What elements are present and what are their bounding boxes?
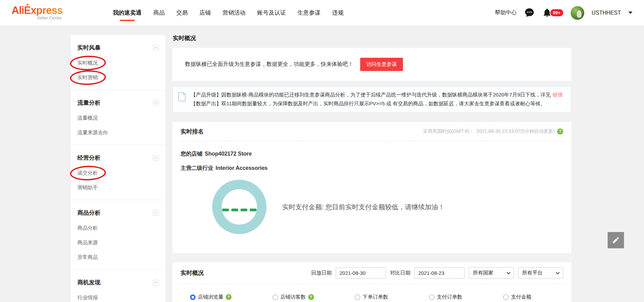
nav-item-my-aliexpress[interactable]: 我的速卖通: [113, 0, 142, 25]
topbar-right-group: 帮助中心 99+ USTHHEST: [495, 6, 632, 20]
metric-orders-paid[interactable]: 支付订单数 ?: [429, 294, 462, 300]
section-header: 实时风暴 −: [77, 44, 159, 52]
section-title: 商品分析: [77, 209, 100, 217]
collapse-icon[interactable]: −: [153, 210, 159, 216]
section-header: 商品分析 −: [77, 209, 159, 217]
aliexpress-logo[interactable]: AliExpress Seller Center: [12, 5, 62, 20]
page-title: 实时概况: [173, 34, 571, 42]
notice-line-2: 【数据产出】双11期间数据量较大，为保障数据及时产出，实时商品排行只展示PV>=…: [191, 99, 563, 108]
sidebar-item-traffic-overview[interactable]: 流量概况: [77, 115, 98, 121]
radio-icon[interactable]: [429, 295, 435, 300]
section-header: 经营分析 −: [77, 154, 159, 162]
help-icon[interactable]: ?: [308, 294, 314, 300]
collapse-icon[interactable]: −: [153, 45, 159, 51]
sidebar: 实时风暴 − 实时概况 实时营销 流量分析 − 流量概况 流量来源去向 经营分析…: [71, 35, 165, 302]
sidebar-section-business-analysis: 经营分析 − 成交分析 营销助手: [71, 145, 165, 200]
nav-item-products[interactable]: 商品: [153, 0, 165, 25]
logo-subtitle: Seller Center: [12, 16, 62, 20]
document-icon: [178, 92, 186, 108]
radio-icon[interactable]: [273, 295, 278, 300]
metric-payment-amount[interactable]: 支付金额 ?: [503, 294, 531, 300]
section-title: 经营分析: [77, 154, 100, 162]
collapse-icon[interactable]: −: [153, 280, 159, 285]
sidebar-section-traffic-analysis: 流量分析 − 流量概况 流量来源去向: [71, 90, 165, 145]
sidebar-item-traffic-source-destination[interactable]: 流量来源去向: [77, 129, 108, 136]
payment-message: 实时支付金额: 您目前实时支付金额较低，请继续加油！: [282, 202, 445, 212]
nav-label: 店铺: [199, 10, 211, 16]
timezone-row: 采用美国时间(GMT-8)： 2021-08-30 23:33:07(5分钟自动…: [423, 128, 563, 135]
metric-label: 下单订单数: [363, 294, 388, 300]
compare-date-input[interactable]: [415, 267, 465, 279]
sidebar-item-realtime-marketing[interactable]: 实时营销: [77, 74, 98, 81]
nav-item-violations[interactable]: 违规: [332, 0, 344, 25]
sidebar-item-product-analysis[interactable]: 商品分析: [77, 225, 98, 231]
metric-orders-placed[interactable]: 下单订单数 ?: [355, 294, 388, 300]
logo-brand-text: AliExpress: [12, 5, 62, 16]
nav-label: 营销活动: [222, 10, 245, 16]
nav-label: 违规: [332, 10, 344, 16]
section-header: 流量分析 −: [77, 99, 159, 107]
sidebar-item-realtime-overview[interactable]: 实时概况: [77, 60, 98, 66]
section-header: 商机发现 −: [77, 279, 159, 286]
collapse-icon[interactable]: −: [153, 155, 159, 161]
nav-label: 交易: [176, 10, 188, 16]
nav-item-orders[interactable]: 交易: [176, 0, 188, 25]
chevron-down-icon[interactable]: [628, 12, 632, 14]
notice-box: 【产品升级】因数据纵横-商品模块的功能已迁移到生意参谋商品分析，为了便于后续产品…: [172, 86, 571, 113]
section-title: 实时风暴: [77, 44, 100, 52]
metric-radio-group: 店铺浏览量 ? 店铺访客数 ? 下单订单数 ? 支付订单数 ?: [190, 294, 531, 300]
radio-icon[interactable]: [190, 295, 196, 300]
sidebar-item-industry-intelligence[interactable]: 行业情报: [77, 295, 98, 301]
overview-card-header: 实时概况 回放日期 对比日期 所有国家 所有平台: [181, 262, 563, 284]
industry-value: Interior Accessories: [216, 165, 268, 171]
nav-label: 我的速卖通: [113, 10, 142, 16]
chevron-down-icon: [507, 270, 510, 274]
sidebar-item-transaction-analysis[interactable]: 成交分析: [77, 170, 98, 176]
metric-store-pageviews[interactable]: 店铺浏览量 ?: [190, 294, 232, 300]
active-tab-underline: [120, 20, 135, 21]
edit-feedback-button[interactable]: [608, 232, 624, 248]
banner-text: 数据纵横已全面升级为生意参谋，数据更全，功能更多，快来体验吧！: [185, 61, 353, 68]
payment-status-row: 实时支付金额: 您目前实时支付金额较低，请继续加油！: [181, 180, 563, 234]
nav-item-account-verification[interactable]: 账号及认证: [257, 0, 286, 25]
radio-icon[interactable]: [503, 295, 509, 300]
ranking-title: 实时排名: [181, 128, 204, 136]
shop-name: Shop402172 Store: [205, 151, 252, 157]
notifications-bell[interactable]: 99+: [542, 8, 563, 18]
shop-label: 您的店铺: [181, 151, 202, 157]
ranking-card-header: 实时排名 采用美国时间(GMT-8)： 2021-08-30 23:33:07(…: [181, 122, 563, 141]
refresh-timestamp: 2021-08-30 23:33:07(5分钟自动更新): [476, 128, 555, 135]
realtime-ranking-card: 实时排名 采用美国时间(GMT-8)： 2021-08-30 23:33:07(…: [172, 122, 571, 253]
industry-label: 主营二级行业: [181, 165, 213, 171]
help-icon[interactable]: ?: [226, 294, 232, 300]
metric-store-visitors[interactable]: 店铺访客数 ?: [273, 294, 314, 300]
messages-icon[interactable]: [524, 7, 535, 18]
nav-item-business-advisor[interactable]: 生意参谋: [297, 0, 320, 25]
main-nav: 我的速卖通 商品 交易 店铺 营销活动 账号及认证 生意参谋 违规: [113, 0, 344, 25]
sidebar-item-marketing-assistant[interactable]: 营销助手: [77, 184, 98, 191]
user-avatar[interactable]: [571, 6, 584, 20]
chevron-down-icon: [556, 270, 559, 274]
notice-link[interactable]: 链接: [553, 92, 563, 97]
nav-item-store[interactable]: 店铺: [199, 0, 211, 25]
platform-select[interactable]: 所有平台: [518, 267, 563, 279]
visit-business-advisor-button[interactable]: 访问生意参谋: [360, 58, 403, 71]
radio-icon[interactable]: [355, 295, 360, 300]
playback-date-input[interactable]: [336, 267, 386, 279]
help-icon[interactable]: ?: [557, 128, 563, 135]
country-select[interactable]: 所有国家: [469, 267, 514, 279]
username[interactable]: USTHHEST: [592, 10, 621, 16]
playback-date-label: 回放日期: [311, 270, 332, 276]
section-title: 流量分析: [77, 99, 100, 107]
overview-title: 实时概况: [181, 269, 204, 277]
compare-date-label: 对比日期: [390, 270, 410, 276]
nav-item-marketing[interactable]: 营销活动: [222, 0, 245, 25]
sidebar-item-abnormal-products[interactable]: 异常商品: [77, 254, 98, 261]
sidebar-item-product-source[interactable]: 商品来源: [77, 239, 98, 246]
overview-controls: 回放日期 对比日期 所有国家 所有平台: [311, 267, 563, 279]
metric-label: 支付金额: [511, 294, 531, 300]
collapse-icon[interactable]: −: [153, 100, 159, 106]
help-center-link[interactable]: 帮助中心: [495, 9, 517, 16]
country-select-value: 所有国家: [473, 270, 493, 276]
sidebar-section-product-analysis: 商品分析 − 商品分析 商品来源 异常商品: [71, 200, 165, 270]
